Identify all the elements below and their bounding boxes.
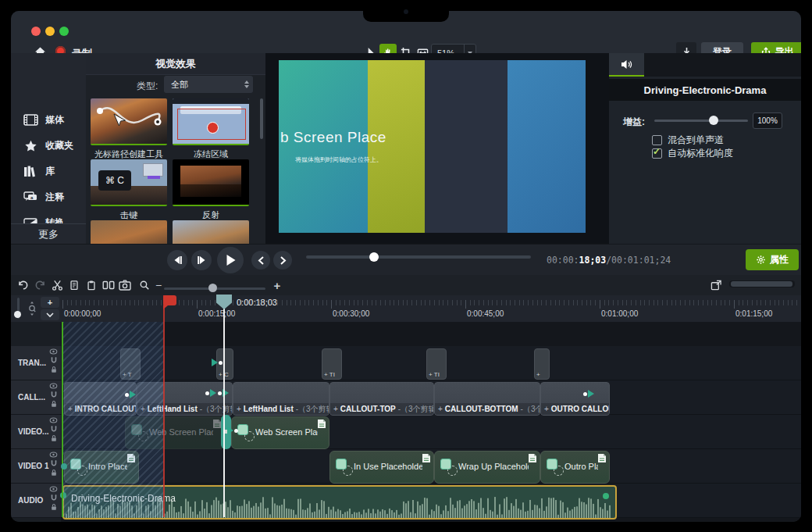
sidebar-item-library[interactable]: 库 [11, 159, 86, 184]
effect-thumbnail: ⌘ C [91, 159, 167, 206]
preview-canvas[interactable]: b Screen Place 将媒体拖到时间轴的占位符上。 [265, 53, 609, 244]
sidebar-item-media[interactable]: 媒体 [11, 107, 86, 133]
ruler-tick [590, 300, 591, 305]
tab-audio[interactable] [609, 53, 644, 77]
gain-slider-handle[interactable] [709, 116, 718, 125]
sidebar-more-button[interactable]: 更多 [11, 223, 86, 245]
effects-scrollbar[interactable] [260, 98, 263, 139]
zoom-out-button[interactable]: − [151, 279, 166, 291]
callout-clip[interactable]: +CALLOUT-BOTTOM-（3个剪辑） [434, 382, 540, 416]
step-forward-button[interactable] [191, 250, 212, 270]
ruler-tick [582, 300, 582, 305]
track-zoom-icon[interactable] [27, 302, 37, 316]
effect-card-partial[interactable] [91, 220, 167, 244]
sidebar-item-annotations[interactable]: a 注释 [11, 184, 86, 210]
gain-slider[interactable] [654, 120, 748, 122]
hscrollbar-thumb[interactable] [731, 281, 792, 287]
ruler-tick [300, 300, 301, 305]
timeline-zoom-button[interactable] [137, 279, 151, 291]
transition-placeholder-clip[interactable]: + [534, 348, 550, 380]
keyframe-marker[interactable] [227, 427, 238, 434]
type-filter-dropdown[interactable]: 全部 [164, 76, 253, 93]
sidebar-item-favorites[interactable]: 收藏夹 [11, 133, 86, 159]
split-button[interactable] [102, 279, 116, 291]
auto-normalize-checkbox[interactable] [652, 148, 662, 159]
callout-clip[interactable]: +CALLOUT-TOP-（3个剪辑） [329, 382, 434, 416]
previous-clip-button[interactable] [251, 251, 270, 270]
callout-clip[interactable]: +OUTRO CALLOUT [540, 382, 610, 416]
screenshot-button[interactable] [118, 279, 132, 291]
ruler-tick [336, 300, 337, 305]
placeholder-clip[interactable]: Wrap Up Placeholde [434, 451, 540, 484]
split-cut-button[interactable] [50, 279, 64, 291]
star-icon [23, 140, 38, 152]
redo-button[interactable] [33, 279, 47, 291]
keyframe-marker[interactable] [212, 359, 223, 366]
transition-placeholder-clip[interactable]: + TI [426, 348, 447, 380]
clip-edge-point[interactable] [61, 463, 67, 470]
ruler-tick [523, 300, 524, 305]
effect-card-keystroke[interactable]: ⌘ C 击键 [91, 159, 167, 221]
ruler-tick [85, 300, 86, 305]
ruler-tick [792, 300, 792, 305]
effect-card-cursor-path[interactable]: 光标路径创建工具 [91, 98, 167, 160]
minimize-window-button[interactable] [45, 27, 55, 36]
timeline-zoom-handle[interactable] [208, 284, 217, 292]
keyframe-marker[interactable] [583, 390, 594, 398]
effect-card-reflection[interactable]: 反射 [173, 159, 249, 221]
ruler-tick [770, 300, 771, 305]
ruler-tick [331, 300, 332, 309]
undo-button[interactable] [16, 279, 30, 291]
placeholder-icon [336, 459, 353, 476]
add-media-icon: + [544, 405, 549, 413]
screen-clip[interactable]: Web Screen Place [231, 416, 329, 449]
paste-button[interactable] [84, 279, 98, 291]
callout-clip[interactable]: +LeftHand List-（3个剪辑） [233, 382, 329, 416]
callout-icon: a [23, 191, 38, 203]
ruler-time-label: 0:01:15;00 [735, 309, 772, 318]
copy-button[interactable] [67, 279, 81, 291]
mix-to-mono-checkbox[interactable] [652, 135, 662, 145]
placeholder-clip[interactable]: Outro Plac [540, 451, 610, 484]
timeline-hscrollbar[interactable] [729, 280, 795, 287]
ruler-tick [577, 300, 578, 305]
detach-timeline-button[interactable] [709, 279, 723, 291]
transition-placeholder-clip[interactable]: + TI [322, 348, 342, 380]
ruler-tick [107, 300, 108, 305]
scrubber-handle[interactable] [369, 252, 379, 262]
collapse-tracks-button[interactable] [41, 309, 59, 320]
playhead-line [223, 295, 225, 517]
gain-value-field[interactable]: 100% [753, 112, 782, 129]
play-button[interactable] [217, 247, 244, 273]
scrubber-track[interactable] [306, 255, 531, 259]
reflection-graphic [180, 184, 241, 197]
properties-button[interactable]: 属性 [746, 249, 799, 270]
keyframe-marker[interactable] [205, 389, 216, 397]
ruler-tick [465, 300, 466, 309]
add-track-button[interactable]: + [41, 297, 59, 308]
close-window-button[interactable] [31, 27, 41, 36]
zoom-in-button[interactable]: + [270, 279, 284, 291]
effect-card-partial[interactable] [173, 220, 249, 244]
next-clip-button[interactable] [273, 251, 292, 270]
effect-thumbnail [91, 220, 167, 244]
effect-card-freeze-region[interactable]: 冻结区域 [173, 98, 249, 160]
ruler-tick [156, 300, 157, 305]
audio-gain-point[interactable] [603, 493, 609, 499]
placeholder-clip[interactable]: In Use Placeholder [329, 451, 434, 484]
ruler-tick [152, 300, 153, 305]
keyframe-marker[interactable] [125, 391, 136, 398]
ruler-tick [148, 300, 148, 305]
track-height-handle[interactable] [14, 311, 21, 318]
ruler-tick [304, 300, 305, 305]
step-back-button[interactable] [167, 250, 187, 270]
clip-label: In Use Placeholder [354, 462, 422, 471]
ruler-tick [474, 300, 475, 305]
ruler-tick [739, 300, 739, 305]
ruler-tick [233, 300, 233, 305]
ruler-tick [626, 300, 627, 305]
timeline-marker-flag[interactable] [163, 295, 176, 305]
fullscreen-window-button[interactable] [59, 27, 69, 36]
ruler-tick [685, 300, 686, 305]
ruler-tick [210, 300, 211, 305]
